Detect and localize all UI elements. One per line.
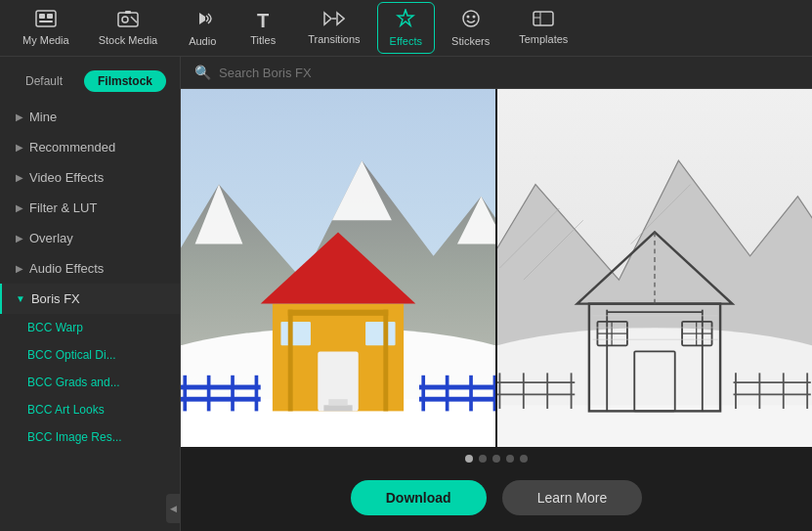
tab-default[interactable]: Default xyxy=(12,70,76,92)
nav-titles[interactable]: T Titles xyxy=(235,4,291,53)
svg-rect-3 xyxy=(39,21,53,22)
sidebar-item-overlay-label: Overlay xyxy=(29,231,73,245)
svg-rect-39 xyxy=(419,385,495,390)
sidebar-item-overlay[interactable]: ▶ Overlay xyxy=(0,223,180,253)
image-panel-color xyxy=(181,89,495,447)
sidebar-sub-bcc-optical-di[interactable]: BCC Optical Di... xyxy=(0,341,180,369)
sidebar-item-boris-fx-label: Boris FX xyxy=(31,291,80,306)
chevron-right-icon: ▶ xyxy=(16,172,23,183)
titles-icon: T xyxy=(257,11,269,30)
nav-my-media[interactable]: My Media xyxy=(10,3,82,53)
image-panel-sketch xyxy=(497,89,812,447)
chevron-left-icon: ◀ xyxy=(170,504,177,513)
sidebar-sub-bcc-grads-label: BCC Grads and... xyxy=(27,376,120,389)
nav-stock-media-label: Stock Media xyxy=(99,34,158,46)
search-bar: 🔍 xyxy=(181,57,812,89)
sidebar-sub-bcc-art-looks[interactable]: BCC Art Looks xyxy=(0,396,180,423)
sidebar-item-filter-lut-label: Filter & LUT xyxy=(29,200,97,215)
svg-rect-32 xyxy=(255,376,259,412)
sidebar-tabs: Default Filmstock xyxy=(0,65,180,102)
top-navigation: My Media Stock Media Audio T Titles xyxy=(0,0,812,57)
learn-more-button[interactable]: Learn More xyxy=(502,480,643,515)
sidebar-item-video-effects[interactable]: ▶ Video Effects xyxy=(0,162,180,193)
sidebar-collapse-button[interactable]: ◀ xyxy=(166,494,180,523)
svg-rect-2 xyxy=(47,14,53,19)
svg-rect-28 xyxy=(365,322,396,345)
svg-rect-33 xyxy=(181,385,261,390)
nav-templates[interactable]: Templates xyxy=(506,4,580,52)
nav-templates-label: Templates xyxy=(519,33,568,45)
svg-point-11 xyxy=(463,11,479,26)
svg-rect-14 xyxy=(534,12,553,25)
stickers-icon xyxy=(461,9,481,31)
svg-rect-29 xyxy=(183,376,187,412)
sidebar-item-audio-effects[interactable]: ▶ Audio Effects xyxy=(0,253,180,284)
svg-rect-1 xyxy=(39,14,45,19)
right-panel: 🔍 xyxy=(181,57,812,531)
sidebar-sub-bcc-optical-di-label: BCC Optical Di... xyxy=(27,348,116,362)
dot-2[interactable] xyxy=(479,455,487,463)
sidebar-sub-bcc-warp[interactable]: BCC Warp xyxy=(0,314,180,341)
sidebar-sub-bcc-image-res-label: BCC Image Res... xyxy=(27,430,122,444)
sidebar-item-mine[interactable]: ▶ Mine xyxy=(0,102,180,132)
dot-4[interactable] xyxy=(506,455,514,463)
search-input[interactable] xyxy=(219,66,798,80)
svg-rect-30 xyxy=(207,376,211,412)
nav-effects-label: Effects xyxy=(390,35,422,47)
nav-effects[interactable]: Effects xyxy=(377,2,435,54)
svg-rect-45 xyxy=(288,310,388,316)
audio-icon xyxy=(192,9,212,31)
nav-audio-label: Audio xyxy=(189,35,216,47)
svg-rect-40 xyxy=(419,397,495,402)
sidebar-item-video-effects-label: Video Effects xyxy=(29,170,104,185)
nav-stock-media[interactable]: Stock Media xyxy=(86,3,171,53)
dot-1[interactable] xyxy=(465,455,473,463)
svg-rect-44 xyxy=(383,310,388,412)
templates-icon xyxy=(533,11,554,29)
main-content: Default Filmstock ▶ Mine ▶ Recommended ▶… xyxy=(0,57,812,531)
sidebar-sub-bcc-warp-label: BCC Warp xyxy=(27,321,83,334)
svg-marker-10 xyxy=(398,10,413,25)
svg-rect-27 xyxy=(280,322,311,345)
nav-transitions-label: Transitions xyxy=(308,33,360,45)
sidebar-sub-bcc-art-looks-label: BCC Art Looks xyxy=(27,403,105,417)
sidebar-item-boris-fx[interactable]: ▼ Boris FX xyxy=(0,284,180,314)
my-media-icon xyxy=(35,10,57,30)
sidebar-item-filter-lut[interactable]: ▶ Filter & LUT xyxy=(0,193,180,223)
bottom-action-bar: Download Learn More xyxy=(181,470,812,531)
svg-rect-35 xyxy=(421,376,425,412)
images-container xyxy=(181,89,812,447)
nav-titles-label: Titles xyxy=(250,34,276,46)
sidebar-sub-bcc-grads[interactable]: BCC Grads and... xyxy=(0,369,180,396)
chevron-down-icon: ▼ xyxy=(16,293,25,304)
stock-media-icon xyxy=(117,10,139,30)
dot-5[interactable] xyxy=(520,455,528,463)
sidebar-item-recommended[interactable]: ▶ Recommended xyxy=(0,132,180,162)
chevron-right-icon: ▶ xyxy=(16,142,23,153)
transitions-icon xyxy=(323,11,345,29)
svg-rect-34 xyxy=(181,397,261,402)
effects-icon xyxy=(396,9,415,31)
svg-marker-7 xyxy=(324,13,331,24)
svg-point-13 xyxy=(472,16,475,19)
sidebar-item-mine-label: Mine xyxy=(29,110,57,124)
sidebar: Default Filmstock ▶ Mine ▶ Recommended ▶… xyxy=(0,57,181,531)
dot-3[interactable] xyxy=(492,455,500,463)
download-button[interactable]: Download xyxy=(351,480,487,515)
svg-rect-38 xyxy=(493,376,495,412)
chevron-right-icon: ▶ xyxy=(16,263,23,274)
svg-rect-37 xyxy=(469,376,473,412)
nav-audio[interactable]: Audio xyxy=(174,2,231,54)
sidebar-sub-bcc-image-res[interactable]: BCC Image Res... xyxy=(0,423,180,451)
nav-my-media-label: My Media xyxy=(22,34,69,46)
nav-transitions[interactable]: Transitions xyxy=(295,4,372,52)
chevron-right-icon: ▶ xyxy=(16,233,23,243)
svg-point-12 xyxy=(466,16,469,19)
svg-point-5 xyxy=(122,17,128,22)
svg-rect-41 xyxy=(323,405,352,411)
tab-filmstock[interactable]: Filmstock xyxy=(84,70,166,92)
svg-marker-8 xyxy=(337,13,344,24)
sidebar-item-recommended-label: Recommended xyxy=(29,140,115,155)
svg-rect-42 xyxy=(328,399,348,405)
nav-stickers[interactable]: Stickers xyxy=(439,2,502,54)
